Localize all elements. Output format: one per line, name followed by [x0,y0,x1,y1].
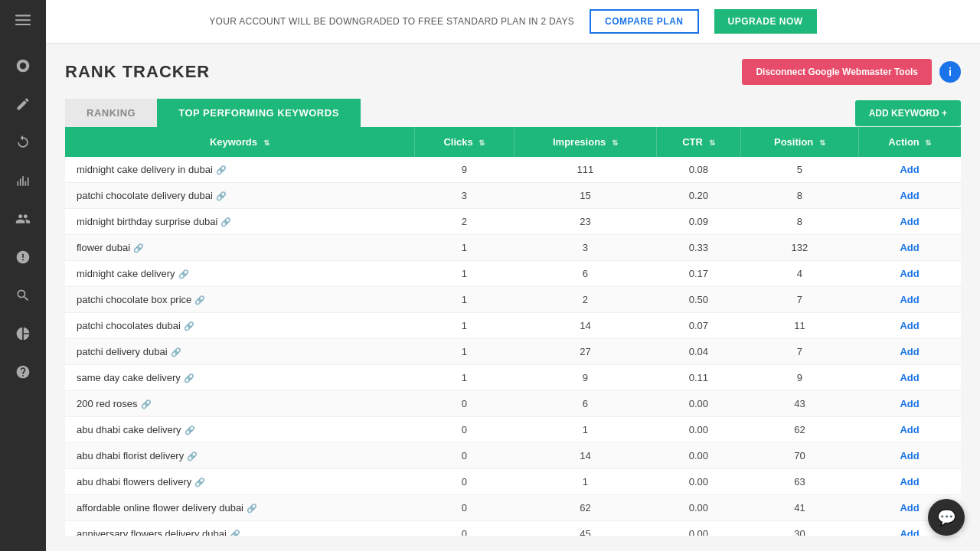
sidebar-alert-icon[interactable] [11,245,35,269]
add-keyword-link[interactable]: Add [900,372,919,383]
cell-ctr: 0.04 [656,339,741,365]
keyword-text: patchi chocolates dubai [77,320,181,331]
cell-clicks: 0 [414,391,514,417]
keywords-table-wrapper[interactable]: Keywords ⇅ Clicks ⇅ Impresions ⇅ CTR ⇅ P… [65,127,961,536]
external-link-icon[interactable]: 🔗 [230,530,240,536]
sidebar-edit-icon[interactable] [11,92,35,116]
add-keyword-link[interactable]: Add [900,398,919,409]
table-row: anniversary flowers delivery dubai🔗0450.… [65,521,961,536]
cell-impressions: 3 [514,235,656,261]
add-keyword-link[interactable]: Add [900,502,919,514]
sidebar [0,0,46,551]
external-link-icon[interactable]: 🔗 [133,243,144,253]
cell-position: 7 [741,287,859,313]
add-keyword-link[interactable]: Add [900,320,919,331]
external-link-icon[interactable]: 🔗 [216,191,227,201]
external-link-icon[interactable]: 🔗 [194,295,205,305]
cell-keyword: patchi chocolate box price🔗 [65,287,414,313]
external-link-icon[interactable]: 🔗 [178,269,189,279]
external-link-icon[interactable]: 🔗 [187,452,198,461]
sidebar-analytics-icon[interactable] [11,168,35,193]
cell-keyword: same day cake delivery🔗 [65,365,414,391]
add-keyword-button[interactable]: ADD KEYWORD + [855,100,961,126]
external-link-icon[interactable]: 🔗 [220,217,231,227]
cell-ctr: 0.00 [656,495,741,521]
table-row: midnight birthday surprise dubai🔗2230.09… [65,209,961,235]
add-keyword-link[interactable]: Add [900,164,919,175]
add-keyword-link[interactable]: Add [900,424,919,435]
cell-position: 9 [741,365,859,391]
add-keyword-link[interactable]: Add [900,450,919,461]
add-keyword-link[interactable]: Add [900,268,919,279]
sort-clicks-icon: ⇅ [479,139,485,147]
add-keyword-link[interactable]: Add [900,242,919,253]
banner-message: YOUR ACCOUNT WILL BE DOWNGRADED TO FREE … [209,16,574,27]
keyword-text: flower dubai [77,242,130,253]
external-link-icon[interactable]: 🔗 [184,373,194,383]
chat-bubble[interactable]: 💬 [928,499,965,536]
compare-plan-button[interactable]: COMPARE PLAN [590,9,698,34]
tab-ranking[interactable]: RANKING [65,99,157,127]
cell-action: Add [858,235,961,261]
cell-impressions: 1 [514,417,656,443]
cell-impressions: 111 [514,157,656,183]
table-header-row: Keywords ⇅ Clicks ⇅ Impresions ⇅ CTR ⇅ P… [65,127,961,157]
external-link-icon[interactable]: 🔗 [184,321,194,331]
add-keyword-link[interactable]: Add [900,346,919,357]
tabs-bar: RANKING TOP PERFORMING KEYWORDS ADD KEYW… [65,99,961,127]
svg-rect-2 [15,24,31,25]
disconnect-button[interactable]: Disconnect Google Webmaster Tools [742,59,932,85]
cell-keyword: anniversary flowers delivery dubai🔗 [65,521,414,536]
col-ctr[interactable]: CTR ⇅ [656,127,741,157]
cell-action: Add [858,261,961,287]
keyword-text: patchi chocolate delivery dubai [77,190,213,201]
col-clicks[interactable]: Clicks ⇅ [414,127,514,157]
col-impressions[interactable]: Impresions ⇅ [514,127,656,157]
cell-impressions: 45 [514,521,656,536]
sidebar-refresh-icon[interactable] [11,130,35,155]
cell-ctr: 0.00 [656,521,741,536]
sidebar-palette-icon[interactable] [11,54,35,78]
cell-clicks: 0 [414,521,514,536]
cell-ctr: 0.07 [656,313,741,339]
table-row: affordable online flower delivery dubai🔗… [65,495,961,521]
sort-keywords-icon: ⇅ [263,139,270,147]
sidebar-users-icon[interactable] [11,207,35,231]
cell-keyword: midnight cake delivery in dubai🔗 [65,157,414,183]
cell-impressions: 2 [514,287,656,313]
sidebar-search-icon[interactable] [11,283,35,308]
external-link-icon[interactable]: 🔗 [141,399,152,409]
tab-top-performing[interactable]: TOP PERFORMING KEYWORDS [157,99,361,127]
cell-action: Add [858,443,961,469]
cell-ctr: 0.00 [656,469,741,495]
col-action[interactable]: Action ⇅ [858,127,961,157]
sidebar-pie-icon[interactable] [11,321,35,346]
col-keywords[interactable]: Keywords ⇅ [65,127,414,157]
add-keyword-link[interactable]: Add [900,294,919,305]
table-row: patchi chocolate box price🔗120.507Add [65,287,961,313]
external-link-icon[interactable]: 🔗 [194,478,205,487]
cell-position: 8 [741,209,859,235]
add-keyword-link[interactable]: Add [900,216,919,227]
cell-clicks: 1 [414,313,514,339]
cell-keyword: flower dubai🔗 [65,235,414,261]
cell-keyword: 200 red roses🔗 [65,391,414,417]
page-header: RANK TRACKER Disconnect Google Webmaster… [65,59,961,85]
add-keyword-link[interactable]: Add [900,190,919,201]
cell-action: Add [858,313,961,339]
cell-ctr: 0.00 [656,443,741,469]
external-link-icon[interactable]: 🔗 [185,425,195,435]
upgrade-now-button[interactable]: UPGRADE NOW [714,9,817,34]
sidebar-menu-icon[interactable] [11,8,35,32]
external-link-icon[interactable]: 🔗 [247,504,257,513]
cell-impressions: 62 [514,495,656,521]
info-icon[interactable]: i [939,61,961,83]
add-keyword-link[interactable]: Add [900,528,919,536]
external-link-icon[interactable]: 🔗 [171,347,181,357]
col-position[interactable]: Position ⇅ [741,127,859,157]
external-link-icon[interactable]: 🔗 [216,165,227,174]
add-keyword-link[interactable]: Add [900,476,919,487]
cell-position: 7 [741,339,859,365]
sidebar-help-icon[interactable] [11,360,35,384]
table-row: abu dhabi florist delivery🔗0140.0070Add [65,443,961,469]
